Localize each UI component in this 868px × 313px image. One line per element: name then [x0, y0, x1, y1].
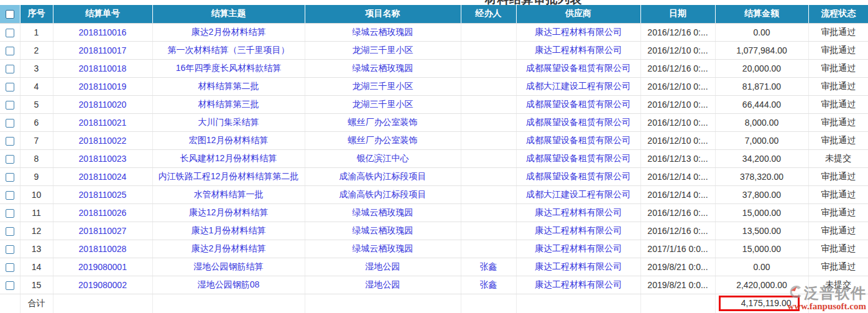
- project-name-link[interactable]: 螺丝厂办公室装饰: [305, 131, 461, 149]
- project-name-link[interactable]: 成渝高铁内江标段项目: [305, 185, 461, 203]
- project-name-link[interactable]: 龙湖三千里小区: [305, 41, 461, 59]
- settlement-subject-link[interactable]: 16年四季度长风材料款结算: [152, 59, 305, 77]
- settlement-number-link[interactable]: 2018110017: [53, 41, 152, 59]
- settlement-subject-link[interactable]: 大川门集采结算: [152, 113, 305, 131]
- settlement-subject-link[interactable]: 湿地公园钢筋08: [152, 276, 305, 294]
- row-number: 9: [20, 167, 53, 185]
- settlement-subject-link[interactable]: 水管材料结算一批: [152, 185, 305, 203]
- supplier-link[interactable]: 康达工程材料有限公司: [516, 258, 640, 276]
- settlement-number-link[interactable]: 2018110018: [53, 59, 152, 77]
- project-name-link[interactable]: 绿城云栖玫瑰园: [305, 23, 461, 41]
- row-checkbox[interactable]: [6, 245, 14, 254]
- settlement-number-link[interactable]: 2018110025: [53, 185, 152, 203]
- settlement-subject-link[interactable]: 长风建材12月份材料结算: [152, 149, 305, 167]
- row-checkbox[interactable]: [6, 29, 14, 37]
- project-name-link[interactable]: 湿地公园: [305, 276, 461, 294]
- project-name-link[interactable]: 绿城云栖玫瑰园: [305, 240, 461, 258]
- project-name-link[interactable]: 湿地公园: [305, 258, 461, 276]
- project-name-link[interactable]: 成渝高铁内江标段项目: [305, 167, 461, 185]
- row-checkbox[interactable]: [6, 47, 14, 55]
- supplier-link[interactable]: 成都展望设备租赁有限公司: [516, 59, 640, 77]
- settlement-number-link[interactable]: 2018110026: [53, 203, 152, 222]
- row-checkbox[interactable]: [6, 281, 14, 290]
- total-amount-box: 4,175,119.00: [719, 296, 800, 311]
- settlement-subject-link[interactable]: 第一次材料结算（三千里项目）: [152, 41, 305, 59]
- date-cell: 2016/12/14 0:...: [640, 167, 715, 185]
- supplier-link[interactable]: 成都展望设备租赁有限公司: [516, 149, 640, 167]
- settlement-number-link[interactable]: 2019080001: [53, 258, 152, 276]
- select-all-checkbox[interactable]: [6, 10, 14, 19]
- settlement-number-link[interactable]: 2018110024: [53, 167, 152, 185]
- supplier-link[interactable]: 康达工程材料有限公司: [516, 222, 640, 240]
- settlement-number-link[interactable]: 2018110028: [53, 240, 152, 258]
- row-checkbox[interactable]: [6, 263, 14, 272]
- settlement-subject-link[interactable]: 康达12月份材料结算: [152, 203, 305, 222]
- row-number: 13: [20, 240, 53, 258]
- supplier-link[interactable]: 成都展望设备租赁有限公司: [516, 167, 640, 185]
- settlement-subject-link[interactable]: 材料结算第三批: [152, 95, 305, 113]
- row-checkbox[interactable]: [6, 119, 14, 128]
- amount-cell: 0.00: [715, 258, 808, 276]
- supplier-link[interactable]: 康达工程材料有限公司: [516, 276, 640, 294]
- settlement-subject-link[interactable]: 康达2月份材料结算: [152, 23, 305, 41]
- project-name-link[interactable]: 绿城云栖玫瑰园: [305, 222, 461, 240]
- handler-name: [461, 77, 516, 95]
- supplier-link[interactable]: 康达工程材料有限公司: [516, 41, 640, 59]
- project-name-link[interactable]: 绿城云栖玫瑰园: [305, 59, 461, 77]
- row-checkbox-cell: [0, 23, 20, 41]
- date-cell: 2016/12/10 0:...: [640, 41, 715, 59]
- status-cell: 审批通过: [808, 41, 868, 59]
- handler-name[interactable]: 张鑫: [461, 258, 516, 276]
- project-name-link[interactable]: 龙湖三千里小区: [305, 77, 461, 95]
- row-checkbox[interactable]: [6, 83, 14, 91]
- settlement-number-link[interactable]: 2018110027: [53, 222, 152, 240]
- row-checkbox[interactable]: [6, 191, 14, 200]
- date-cell: 2016/12/10 0:...: [640, 77, 715, 95]
- settlement-number-link[interactable]: 2018110019: [53, 77, 152, 95]
- settlement-subject-link[interactable]: 康达1月份材料结算: [152, 222, 305, 240]
- settlement-subject-link[interactable]: 内江铁路工程12月份材料结算第二批: [152, 167, 305, 185]
- date-cell: 2016/12/16 0:...: [640, 59, 715, 77]
- date-cell: 2016/12/16 0:...: [640, 203, 715, 222]
- supplier-link[interactable]: 康达工程材料有限公司: [516, 23, 640, 41]
- handler-name[interactable]: 张鑫: [461, 276, 516, 294]
- project-name-link[interactable]: 银亿滨江中心: [305, 149, 461, 167]
- project-name-link[interactable]: 绿城云栖玫瑰园: [305, 203, 461, 222]
- settlement-number-link[interactable]: 2018110023: [53, 149, 152, 167]
- settlement-number-link[interactable]: 2019080002: [53, 276, 152, 294]
- supplier-link[interactable]: 成都展望设备租赁有限公司: [516, 113, 640, 131]
- settlement-number-link[interactable]: 2018110016: [53, 23, 152, 41]
- settlement-number-link[interactable]: 2018110020: [53, 95, 152, 113]
- supplier-link[interactable]: 成都展望设备租赁有限公司: [516, 95, 640, 113]
- project-name-link[interactable]: 龙湖三千里小区: [305, 95, 461, 113]
- project-name-link[interactable]: 螺丝厂办公室装饰: [305, 113, 461, 131]
- supplier-link[interactable]: 康达工程材料有限公司: [516, 203, 640, 222]
- date-cell: 2017/1/16 0:0...: [640, 240, 715, 258]
- row-checkbox-cell: [0, 185, 20, 203]
- row-checkbox-cell: [0, 95, 20, 113]
- row-checkbox[interactable]: [6, 209, 14, 218]
- supplier-link[interactable]: 成都大江建设工程有限公司: [516, 77, 640, 95]
- row-checkbox[interactable]: [6, 101, 14, 110]
- row-checkbox[interactable]: [6, 65, 14, 73]
- settlement-number-link[interactable]: 2018110021: [53, 113, 152, 131]
- row-checkbox-cell: [0, 41, 20, 59]
- supplier-link[interactable]: 成都展望设备租赁有限公司: [516, 131, 640, 149]
- table-body: 12018110016康达2月份材料结算绿城云栖玫瑰园康达工程材料有限公司201…: [0, 23, 868, 294]
- row-checkbox[interactable]: [6, 227, 14, 236]
- settlement-subject-link[interactable]: 宏图12月份材料结算: [152, 131, 305, 149]
- row-checkbox[interactable]: [6, 173, 14, 182]
- supplier-link[interactable]: 康达工程材料有限公司: [516, 240, 640, 258]
- settlement-subject-link[interactable]: 湿地公园钢筋结算: [152, 258, 305, 276]
- table-row: 112018110026康达12月份材料结算绿城云栖玫瑰园康达工程材料有限公司2…: [0, 203, 868, 222]
- settlement-number-link[interactable]: 2018110022: [53, 131, 152, 149]
- row-checkbox[interactable]: [6, 155, 14, 164]
- amount-cell: 66,444.00: [715, 95, 808, 113]
- amount-cell: 15,000.00: [715, 240, 808, 258]
- settlement-subject-link[interactable]: 康达2月份材料结算: [152, 240, 305, 258]
- amount-cell: 81,871.00: [715, 77, 808, 95]
- row-number: 10: [20, 185, 53, 203]
- settlement-subject-link[interactable]: 材料结算第二批: [152, 77, 305, 95]
- row-checkbox[interactable]: [6, 137, 14, 146]
- supplier-link[interactable]: 成都大江建设工程有限公司: [516, 185, 640, 203]
